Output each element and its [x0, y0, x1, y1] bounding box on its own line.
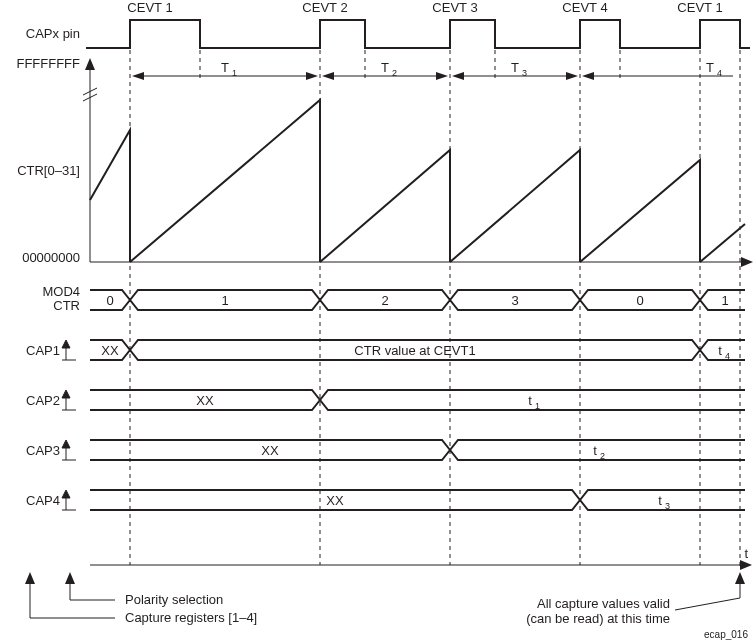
- svg-text:T: T: [381, 60, 389, 75]
- svg-marker-11: [85, 58, 95, 70]
- cap4-polarity-icon: [62, 490, 76, 510]
- cap2-s1-sub: 1: [535, 401, 540, 411]
- note-arrows-left: [25, 572, 115, 618]
- period-arrows: T 1 T 2 T 3 T 4: [132, 60, 733, 80]
- cap1-s0: XX: [101, 343, 119, 358]
- svg-marker-55: [735, 572, 745, 584]
- svg-marker-16: [306, 72, 318, 80]
- cap3-label: CAP3: [26, 443, 60, 458]
- cap4-s0: XX: [326, 493, 344, 508]
- svg-marker-43: [62, 490, 70, 498]
- cap2-s0: XX: [196, 393, 214, 408]
- event-label-4: CEVT 4: [562, 0, 607, 15]
- svg-marker-34: [62, 340, 70, 348]
- cap1-s2-sub: 4: [725, 351, 730, 361]
- mod4-v0: 0: [106, 293, 113, 308]
- svg-text:T: T: [511, 60, 519, 75]
- counter-max-label: FFFFFFFF: [16, 56, 80, 71]
- svg-marker-21: [436, 72, 448, 80]
- svg-marker-25: [452, 72, 464, 80]
- cap3-s1: t: [593, 443, 597, 458]
- cap2-polarity-icon: [62, 390, 76, 410]
- cap4-s1-sub: 3: [665, 501, 670, 511]
- capreg-note: Capture registers [1–4]: [125, 610, 257, 625]
- svg-marker-15: [132, 72, 144, 80]
- svg-marker-26: [566, 72, 578, 80]
- svg-marker-40: [62, 440, 70, 448]
- mod4-v4: 0: [636, 293, 643, 308]
- counter-x-axis: [90, 257, 753, 267]
- svg-marker-30: [582, 72, 594, 80]
- mod4-v2: 2: [381, 293, 388, 308]
- cap2-lane: [90, 390, 745, 410]
- event-label-2: CEVT 2: [302, 0, 347, 15]
- mod4-label-2: CTR: [53, 298, 80, 313]
- svg-marker-20: [322, 72, 334, 80]
- cap1-s1: CTR value at CEVT1: [354, 343, 475, 358]
- counter-name-label: CTR[0–31]: [17, 163, 80, 178]
- mod4-v5: 1: [721, 293, 728, 308]
- cap2-label: CAP2: [26, 393, 60, 408]
- svg-marker-46: [740, 560, 752, 570]
- valid-note-connector: [675, 598, 740, 610]
- cap2-s1: t: [528, 393, 532, 408]
- svg-text:T: T: [706, 60, 714, 75]
- cap3-polarity-icon: [62, 440, 76, 460]
- cap4-lane: [90, 490, 745, 510]
- cap4-label: CAP4: [26, 493, 60, 508]
- valid-arrow: [735, 572, 745, 598]
- svg-text:3: 3: [522, 68, 527, 78]
- svg-text:t: t: [744, 546, 748, 561]
- capx-waveform: [86, 20, 750, 48]
- mod4-v1: 1: [221, 293, 228, 308]
- svg-marker-52: [65, 572, 75, 584]
- svg-text:4: 4: [717, 68, 722, 78]
- event-label-1: CEVT 1: [127, 0, 172, 15]
- cap1-s2: t: [718, 343, 722, 358]
- mod4-lane: [90, 290, 745, 310]
- event-label-3: CEVT 3: [432, 0, 477, 15]
- svg-text:T: T: [221, 60, 229, 75]
- timing-diagram: CEVT 1 CEVT 2 CEVT 3 CEVT 4 CEVT 1 CAPx …: [0, 0, 754, 641]
- cap3-lane: [90, 440, 745, 460]
- counter-ramps: [90, 100, 745, 262]
- polarity-note: Polarity selection: [125, 592, 223, 607]
- cap3-s0: XX: [261, 443, 279, 458]
- valid-note-l1: All capture values valid: [537, 596, 670, 611]
- cap4-s1: t: [658, 493, 662, 508]
- svg-marker-37: [62, 390, 70, 398]
- event-label-5: CEVT 1: [677, 0, 722, 15]
- mod4-v3: 3: [511, 293, 518, 308]
- cap1-polarity-icon: [62, 340, 76, 360]
- svg-marker-13: [741, 257, 753, 267]
- mod4-label-1: MOD4: [42, 284, 80, 299]
- svg-text:2: 2: [392, 68, 397, 78]
- cap1-label: CAP1: [26, 343, 60, 358]
- counter-min-label: 00000000: [22, 250, 80, 265]
- svg-marker-49: [25, 572, 35, 584]
- cap3-s1-sub: 2: [600, 451, 605, 461]
- valid-note-l2: (can be read) at this time: [526, 611, 670, 626]
- counter-y-axis: [83, 58, 97, 262]
- footer-id: ecap_016: [704, 629, 748, 640]
- capx-pin-label: CAPx pin: [26, 26, 80, 41]
- time-axis: t: [90, 546, 752, 570]
- svg-text:1: 1: [232, 68, 237, 78]
